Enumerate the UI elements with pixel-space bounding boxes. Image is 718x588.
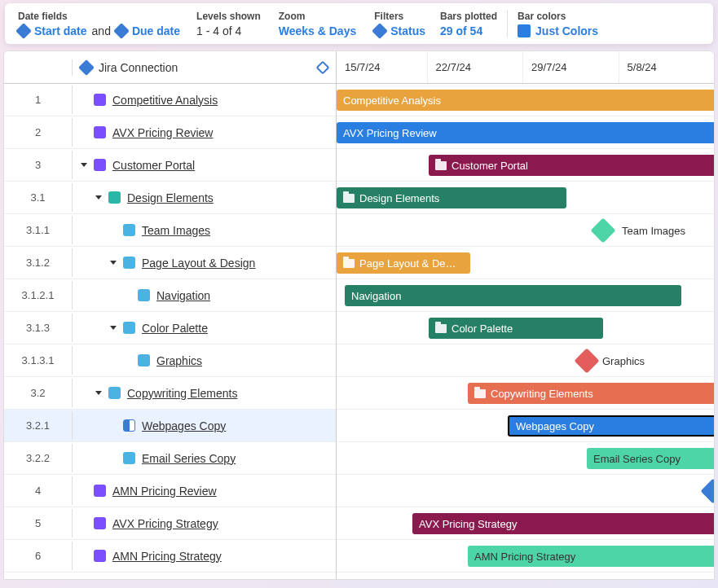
bar-label: Email Series Copy [593,453,681,465]
title-column-header[interactable]: Jira Connection [73,61,336,74]
filters-group[interactable]: Filters Status [374,11,425,37]
timeline-date-header: 29/7/24 [522,51,618,83]
row-title-link[interactable]: Copywriting Elements [127,387,237,400]
levels-shown-value: 1 - 4 of 4 [196,24,261,37]
table-row[interactable]: 3.1Design Elements [4,182,336,214]
bar-label: AVX Pricing Strategy [419,518,517,530]
item-type-icon [138,289,150,301]
gantt-bar[interactable]: Design Elements [337,187,566,208]
title-cell: Email Series Copy [73,452,336,465]
row-title-link[interactable]: AMN Pricing Review [112,485,217,498]
color-swatch-icon [518,24,531,37]
row-title-link[interactable]: Customer Portal [112,159,195,172]
row-number: 3.2 [4,379,73,407]
timeline-body[interactable]: Competitive AnalysisAVX Pricing ReviewCu… [337,84,714,573]
table-row[interactable]: 3Customer Portal [4,149,336,182]
row-number: 3.1.2.1 [4,281,73,309]
levels-shown-group[interactable]: Levels shown 1 - 4 of 4 [196,11,261,37]
table-row[interactable]: 3.2.1Webpages Copy [4,410,336,442]
timeline-row: Navigation [337,279,714,312]
row-title-link[interactable]: AVX Pricing Strategy [112,517,218,530]
item-type-icon [94,550,106,562]
row-number: 3.2.1 [4,411,73,440]
gantt-bar[interactable]: Webpages Copy [508,415,714,437]
bar-colors-group[interactable]: Bar colors Just Colors [518,11,598,37]
item-type-icon [123,224,135,236]
gantt-bar[interactable]: Copywriting Elements [468,383,714,404]
chevron-down-icon[interactable] [95,195,102,200]
bar-label: AMN Pricing Strategy [474,551,575,563]
bar-label: Copywriting Elements [491,388,593,400]
title-cell: Copywriting Elements [73,387,336,400]
row-title-link[interactable]: Webpages Copy [142,419,226,432]
item-type-icon [123,452,135,464]
row-title-link[interactable]: Navigation [156,289,210,302]
table-row[interactable]: 1Competitive Analysis [4,84,336,116]
milestone-marker[interactable] [700,478,714,503]
due-date-value[interactable]: Due date [132,24,180,37]
milestone-marker[interactable] [590,217,615,243]
table-row[interactable]: 3.2Copywriting Elements [4,377,336,410]
gantt-bar[interactable]: AVX Pricing Review [337,122,714,143]
date-fields-group[interactable]: Date fields Start date and Due date [18,11,180,37]
row-title-link[interactable]: AVX Pricing Review [112,126,213,139]
table-row[interactable]: 3.1.2.1Navigation [4,279,336,312]
chevron-down-icon[interactable] [81,163,87,167]
table-row[interactable]: 4AMN Pricing Review [4,475,336,507]
zoom-value[interactable]: Weeks & Days [279,24,356,37]
timeline-row: Copywriting Elements [337,377,714,410]
zoom-group[interactable]: Zoom Weeks & Days [279,11,356,37]
chevron-down-icon[interactable] [110,326,117,330]
gantt-bar[interactable]: AMN Pricing Strategy [468,546,714,567]
left-header-row: Jira Connection [4,51,336,84]
gantt-bar[interactable]: Color Palette [429,318,603,339]
gantt-bar[interactable]: AVX Pricing Strategy [412,513,714,534]
table-row[interactable]: 5AVX Pricing Strategy [4,507,336,540]
timeline-row: Color Palette [337,312,714,344]
title-cell: AMN Pricing Strategy [73,550,336,563]
row-number: 5 [4,509,73,538]
table-row[interactable]: 6AMN Pricing Strategy [4,540,336,573]
row-title-link[interactable]: Email Series Copy [142,452,236,465]
table-row[interactable]: 3.1.3Color Palette [4,312,336,344]
bars-plotted-group[interactable]: Bars plotted 29 of 54 [440,11,497,37]
tag-icon[interactable] [316,60,330,74]
table-row[interactable]: 3.1.1Team Images [4,214,336,247]
diamond-icon [78,59,95,76]
bar-colors-value[interactable]: Just Colors [535,24,598,37]
row-title-link[interactable]: Design Elements [127,191,214,204]
row-title-link[interactable]: AMN Pricing Strategy [112,550,222,563]
number-column-header [4,59,73,76]
bars-plotted-value[interactable]: 29 of 54 [440,24,482,37]
title-cell: Page Layout & Design [73,257,336,270]
timeline-date-header: 22/7/24 [427,51,522,83]
gantt-bar[interactable]: Customer Portal [429,155,714,176]
bar-label: Webpages Copy [516,420,594,432]
start-date-value[interactable]: Start date [34,24,87,37]
gantt-bar[interactable]: Navigation [345,285,681,306]
chevron-down-icon[interactable] [95,391,102,395]
row-title-link[interactable]: Competitive Analysis [112,94,218,107]
title-cell: Team Images [73,224,336,237]
table-row[interactable]: 3.1.2Page Layout & Design [4,247,336,279]
table-row[interactable]: 3.2.2Email Series Copy [4,442,336,475]
gantt-bar[interactable]: Email Series Copy [587,448,714,469]
table-row[interactable]: 3.1.3.1Graphics [4,344,336,377]
bars-plotted-label: Bars plotted [440,11,497,22]
row-title-link[interactable]: Color Palette [142,322,208,335]
item-type-icon [108,191,121,204]
title-header-text: Jira Connection [99,61,178,74]
timeline-row: Customer Portal [337,149,714,182]
filters-value[interactable]: Status [390,24,425,37]
gantt-bar[interactable]: Page Layout & De… [337,252,470,274]
bar-colors-label: Bar colors [518,11,598,22]
table-row[interactable]: 2AVX Pricing Review [4,116,336,149]
chevron-down-icon[interactable] [110,261,117,265]
row-title-link[interactable]: Team Images [142,224,210,237]
row-number: 3.1.3.1 [4,346,73,375]
row-title-link[interactable]: Graphics [156,354,202,367]
milestone-marker[interactable] [574,348,599,373]
row-title-link[interactable]: Page Layout & Design [142,257,255,270]
timeline-row: Competitive Analysis [337,84,714,116]
gantt-bar[interactable]: Competitive Analysis [337,90,714,111]
